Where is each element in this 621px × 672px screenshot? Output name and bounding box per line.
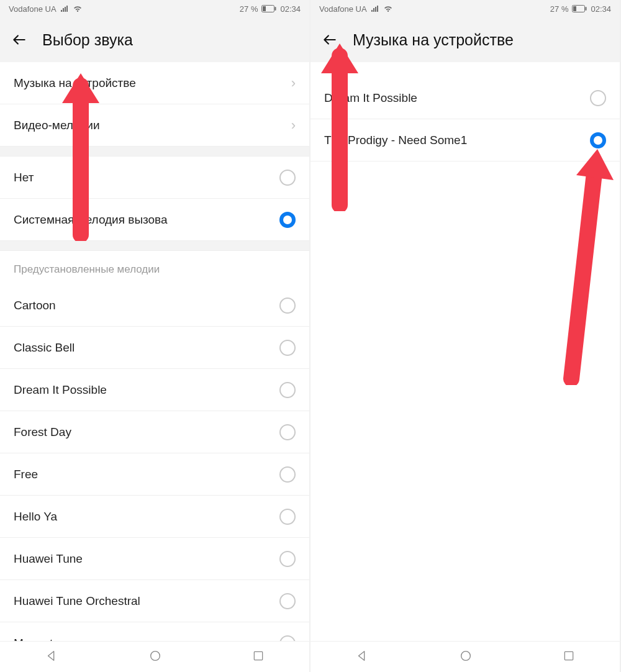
section-divider: [0, 241, 309, 251]
radio-item-label: Dream It Possible: [324, 91, 417, 105]
radio-item-system-ringtone[interactable]: Системная мелодия вызова: [0, 199, 309, 241]
carrier-label: Vodafone UA: [319, 4, 367, 14]
radio-icon: [279, 297, 296, 314]
radio-item-label: Huawei Tune: [14, 552, 83, 566]
svg-rect-1: [263, 6, 266, 11]
nav-item-video-melodies[interactable]: Видео-мелодии ›: [0, 104, 309, 147]
radio-item-label: Системная мелодия вызова: [14, 213, 168, 227]
nav-home-icon[interactable]: [459, 649, 473, 665]
nav-back-icon[interactable]: [45, 649, 58, 665]
radio-icon: [590, 90, 606, 106]
radio-item-preset[interactable]: Cartoon: [0, 284, 309, 327]
svg-rect-9: [564, 652, 573, 660]
clock-label: 02:34: [280, 4, 301, 14]
battery-percent: 27 %: [550, 4, 569, 14]
nav-item-label: Видео-мелодии: [14, 119, 100, 132]
radio-item-track[interactable]: Dream It Possible: [310, 77, 620, 119]
phone-left: Vodafone UA 27 % 02:34 Выбор звука Музык…: [0, 0, 310, 672]
radio-item-preset[interactable]: Huawei Tune Orchestral: [0, 580, 309, 622]
radio-icon: [279, 551, 296, 567]
section-divider: [0, 147, 309, 157]
svg-rect-2: [275, 7, 276, 11]
chevron-right-icon: ›: [291, 117, 296, 134]
radio-item-label: Cartoon: [14, 299, 56, 312]
battery-percent: 27 %: [240, 4, 258, 14]
nav-item-music-on-device[interactable]: Музыка на устройстве ›: [0, 62, 309, 104]
radio-item-label: Classic Bell: [14, 341, 75, 355]
radio-icon: [279, 212, 296, 228]
radio-item-label: The Prodigy - Need Some1: [324, 134, 467, 147]
battery-icon: [572, 5, 587, 12]
radio-item-preset[interactable]: Menuet: [0, 622, 309, 641]
page-header: Выбор звука: [0, 17, 309, 62]
nav-recent-icon[interactable]: [252, 650, 265, 665]
radio-item-label: Hello Ya: [14, 510, 57, 524]
radio-item-label: Free: [14, 468, 38, 481]
radio-item-preset[interactable]: Dream It Possible: [0, 369, 309, 411]
radio-icon: [590, 132, 606, 148]
radio-icon: [279, 382, 296, 398]
content-area: Dream It Possible The Prodigy - Need Som…: [310, 62, 620, 641]
android-nav-bar: [310, 641, 620, 672]
status-bar: Vodafone UA 27 % 02:34: [310, 0, 620, 17]
radio-item-label: Huawei Tune Orchestral: [14, 594, 140, 608]
nav-item-label: Музыка на устройстве: [14, 76, 136, 90]
radio-icon: [279, 340, 296, 356]
battery-icon: [261, 5, 276, 12]
svg-rect-4: [254, 652, 262, 660]
page-title: Выбор звука: [42, 31, 133, 49]
chevron-right-icon: ›: [291, 75, 296, 91]
page-title: Музыка на устройстве: [353, 31, 514, 49]
back-arrow-icon[interactable]: [11, 32, 27, 48]
back-arrow-icon[interactable]: [322, 32, 338, 48]
radio-icon: [279, 635, 296, 641]
radio-item-preset[interactable]: Hello Ya: [0, 496, 309, 538]
radio-item-preset[interactable]: Forest Day: [0, 411, 309, 453]
radio-item-label: Forest Day: [14, 425, 71, 439]
radio-icon: [279, 593, 296, 609]
radio-item-label: Menuet: [14, 637, 53, 641]
svg-rect-7: [586, 7, 587, 11]
phone-right: Vodafone UA 27 % 02:34 Музыка на устройс…: [310, 0, 621, 672]
svg-rect-6: [573, 6, 576, 11]
nav-recent-icon[interactable]: [563, 650, 575, 665]
radio-item-preset[interactable]: Huawei Tune: [0, 538, 309, 580]
radio-icon: [279, 466, 296, 483]
radio-icon: [279, 424, 296, 440]
content-area: Музыка на устройстве › Видео-мелодии › Н…: [0, 62, 309, 641]
radio-item-label: Нет: [14, 171, 34, 184]
svg-point-3: [151, 651, 160, 660]
wifi-icon: [383, 5, 393, 12]
signal-icon: [371, 5, 379, 12]
radio-item-label: Dream It Possible: [14, 383, 107, 397]
radio-item-none[interactable]: Нет: [0, 157, 309, 199]
carrier-label: Vodafone UA: [9, 4, 57, 14]
radio-item-preset[interactable]: Free: [0, 453, 309, 496]
clock-label: 02:34: [591, 4, 611, 14]
section-header-presets: Предустановленные мелодии: [0, 251, 309, 284]
radio-item-preset[interactable]: Classic Bell: [0, 327, 309, 369]
wifi-icon: [73, 5, 83, 12]
nav-back-icon[interactable]: [355, 649, 369, 665]
svg-point-8: [461, 651, 471, 660]
android-nav-bar: [0, 641, 309, 672]
radio-icon: [279, 509, 296, 525]
radio-item-track[interactable]: The Prodigy - Need Some1: [310, 119, 620, 161]
status-bar: Vodafone UA 27 % 02:34: [0, 0, 309, 17]
page-header: Музыка на устройстве: [310, 17, 620, 62]
radio-icon: [279, 170, 296, 186]
nav-home-icon[interactable]: [148, 649, 162, 665]
signal-icon: [60, 5, 69, 12]
